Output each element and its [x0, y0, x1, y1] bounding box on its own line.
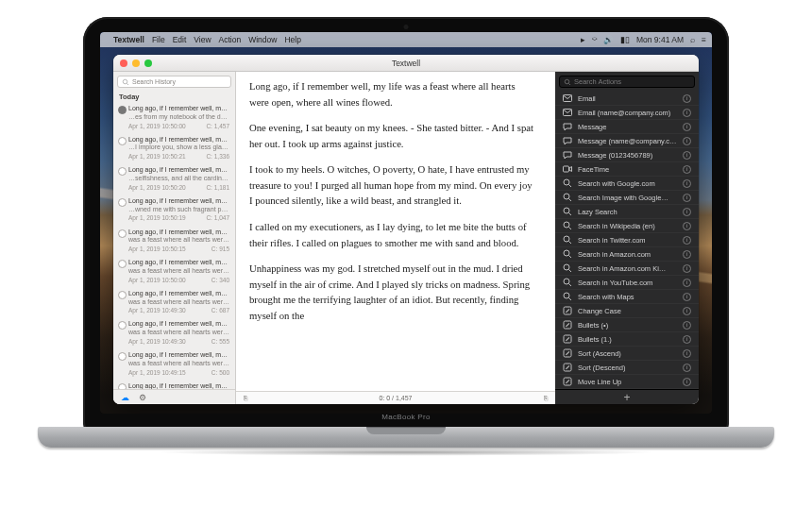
- document-text[interactable]: Long ago, if I remember well, my life wa…: [236, 72, 555, 391]
- control-center-icon[interactable]: ≡: [702, 36, 706, 44]
- action-label: Email (name@company.com): [578, 109, 677, 117]
- laptop-notch: [366, 427, 446, 434]
- paragraph[interactable]: I took to my heels. O witches, O poverty…: [249, 161, 536, 209]
- info-icon[interactable]: i: [683, 264, 691, 273]
- info-icon[interactable]: i: [683, 165, 691, 174]
- app-name[interactable]: Textwell: [113, 35, 144, 44]
- action-item[interactable]: Email (name@company.com)i: [555, 106, 699, 120]
- history-item[interactable]: Long ago, if I remember well, my life……e…: [113, 102, 235, 133]
- history-item[interactable]: Long ago, if I remember well, my lifewas…: [113, 348, 235, 380]
- menu-file[interactable]: File: [152, 35, 165, 44]
- info-icon[interactable]: i: [683, 335, 691, 344]
- svg-point-9: [564, 194, 569, 199]
- action-item[interactable]: Search in Wikipedia (en)i: [555, 219, 699, 233]
- info-icon[interactable]: i: [683, 222, 691, 230]
- history-search[interactable]: Search History: [117, 76, 231, 88]
- info-icon[interactable]: i: [683, 236, 691, 245]
- settings-gear-icon[interactable]: ⚙: [139, 393, 146, 402]
- action-item[interactable]: Search in Twitter.comi: [555, 233, 699, 247]
- action-item[interactable]: Bullets (1.)i: [555, 332, 699, 347]
- history-item-subtitle: was a feast where all hearts were ope…: [128, 360, 229, 368]
- action-item[interactable]: Sort (Descend)i: [555, 361, 699, 375]
- history-item[interactable]: Long ago, if I remember well, my life……w…: [113, 195, 235, 226]
- info-icon[interactable]: i: [683, 364, 691, 372]
- search-icon: [563, 221, 572, 230]
- char-count: 0: 0 / 1,457: [236, 395, 555, 401]
- info-icon[interactable]: i: [683, 194, 691, 202]
- info-icon[interactable]: i: [683, 279, 691, 287]
- window-title: Textwell: [113, 59, 699, 68]
- info-icon[interactable]: i: [683, 109, 691, 117]
- svg-point-13: [564, 222, 569, 228]
- history-item[interactable]: Long ago, if I remember well, my lifewas…: [113, 256, 235, 287]
- info-icon[interactable]: i: [683, 307, 691, 315]
- titlebar[interactable]: Textwell: [113, 55, 699, 72]
- action-item[interactable]: FaceTimei: [555, 162, 699, 177]
- history-item[interactable]: Long ago, if I remember well, my lifewas…: [113, 317, 235, 348]
- action-item[interactable]: Message (0123456789)i: [555, 148, 699, 162]
- cloud-sync-icon[interactable]: ☁: [121, 393, 129, 402]
- action-item[interactable]: Bullets (•)i: [555, 318, 699, 332]
- volume-icon[interactable]: 🔊: [603, 36, 614, 44]
- close-button[interactable]: [120, 59, 127, 67]
- info-icon[interactable]: i: [683, 94, 691, 103]
- action-item[interactable]: Search with Mapsi: [555, 290, 699, 304]
- window-controls: [120, 59, 152, 67]
- history-item-subtitle: was a feast where all hearts were ope…: [128, 329, 229, 337]
- info-icon[interactable]: i: [683, 250, 691, 259]
- menu-view[interactable]: View: [194, 35, 211, 44]
- paragraph[interactable]: Unhappiness was my god. I stretched myse…: [249, 261, 536, 323]
- info-icon[interactable]: i: [683, 378, 691, 386]
- info-icon[interactable]: i: [683, 293, 691, 301]
- action-item[interactable]: Search in YouTube.comi: [555, 276, 699, 290]
- export-right-button[interactable]: ⎘: [544, 395, 548, 401]
- info-icon[interactable]: i: [683, 208, 691, 216]
- history-item-date: Apr 1, 2019 10:50:00: [128, 123, 186, 130]
- minimize-button[interactable]: [132, 59, 140, 67]
- airplay-icon[interactable]: ▸: [581, 36, 585, 44]
- info-icon[interactable]: i: [683, 151, 691, 160]
- action-item[interactable]: Sort (Ascend)i: [555, 347, 699, 361]
- history-item[interactable]: Long ago, if I remember well, my life……I…: [113, 133, 235, 164]
- action-item[interactable]: Emaili: [555, 92, 699, 106]
- action-item[interactable]: Change Casei: [555, 304, 699, 318]
- history-item[interactable]: Long ago, if I remember well, my lifewas…: [113, 226, 235, 257]
- info-icon[interactable]: i: [683, 321, 691, 330]
- add-action-button[interactable]: +: [555, 389, 699, 404]
- paragraph[interactable]: One evening, I sat beauty on my knees. -…: [249, 120, 536, 151]
- action-item[interactable]: Search with Google.comi: [555, 177, 699, 191]
- action-item[interactable]: Message (name@company.com)i: [555, 134, 699, 148]
- info-icon[interactable]: i: [683, 123, 691, 131]
- paragraph[interactable]: Long ago, if I remember well, my life wa…: [249, 78, 536, 110]
- zoom-button[interactable]: [144, 59, 152, 67]
- info-icon[interactable]: i: [683, 179, 691, 188]
- search-icon: [563, 292, 572, 301]
- menubar-clock[interactable]: Mon 9:41 AM: [636, 36, 684, 44]
- edit-icon: [563, 363, 572, 372]
- menu-window[interactable]: Window: [248, 35, 277, 44]
- action-item[interactable]: Lazy Searchi: [555, 205, 699, 219]
- export-left-button[interactable]: ⎘: [244, 395, 247, 401]
- menu-action[interactable]: Action: [219, 35, 242, 44]
- history-item[interactable]: Long ago, if I remember well, my life……s…: [113, 163, 235, 195]
- actions-search[interactable]: Search Actions: [559, 76, 695, 88]
- action-item[interactable]: Search Image with Google…i: [555, 191, 699, 205]
- action-item[interactable]: Search in Amazon.comi: [555, 247, 699, 262]
- actions-list[interactable]: EmailiEmail (name@company.com)iMessageiM…: [555, 92, 699, 389]
- action-label: Search in Amazon.com Ki…: [578, 264, 677, 273]
- menu-edit[interactable]: Edit: [173, 35, 187, 44]
- action-item[interactable]: Move Line Upi: [555, 375, 699, 389]
- battery-icon[interactable]: ▮▯: [620, 36, 630, 44]
- history-item[interactable]: Long ago, if I remember well, my lifewas…: [113, 380, 235, 389]
- history-list[interactable]: Long ago, if I remember well, my life……e…: [113, 102, 235, 389]
- info-icon[interactable]: i: [683, 137, 691, 145]
- spotlight-icon[interactable]: ⌕: [690, 36, 695, 44]
- history-item[interactable]: Long ago, if I remember well, my lifewas…: [113, 287, 235, 318]
- wifi-icon[interactable]: ⌔: [592, 36, 597, 44]
- history-item-date: Apr 1, 2019 10:49:30: [128, 307, 186, 314]
- action-item[interactable]: Search in Amazon.com Ki…i: [555, 262, 699, 276]
- paragraph[interactable]: I called on my executioners, as I lay dy…: [249, 219, 536, 250]
- action-item[interactable]: Messagei: [555, 120, 699, 134]
- menu-help[interactable]: Help: [284, 35, 300, 44]
- info-icon[interactable]: i: [683, 349, 691, 358]
